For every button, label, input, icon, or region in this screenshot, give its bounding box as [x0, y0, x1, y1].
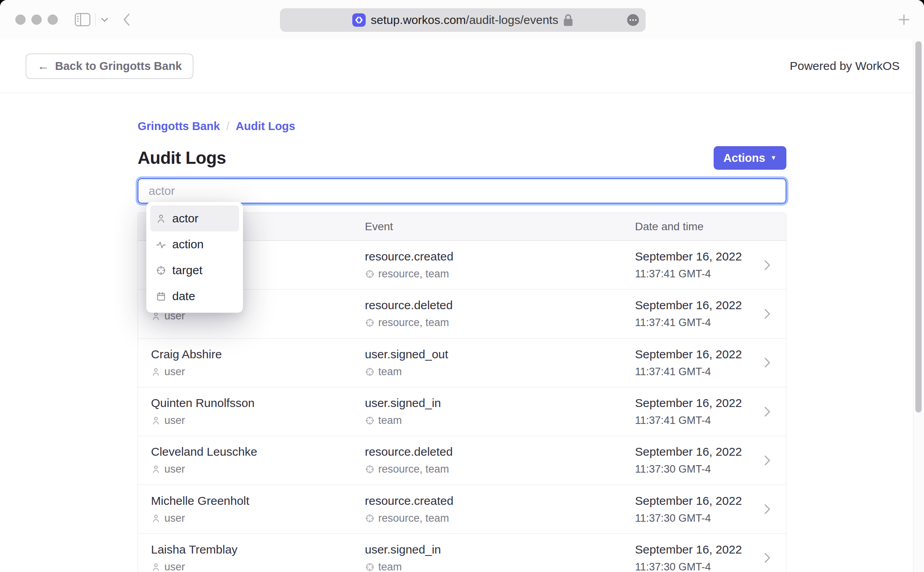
- table-row[interactable]: Michelle Greenholt user: [138, 485, 786, 534]
- target-icon: [365, 562, 375, 572]
- scrollbar-track[interactable]: [913, 39, 924, 572]
- event-date: September 16, 2022: [635, 250, 786, 263]
- url-path: /audit-logs/events: [466, 13, 558, 26]
- event-targets: team: [378, 414, 402, 427]
- main-content: Gringotts Bank / Audit Logs Audit Logs A…: [138, 120, 786, 572]
- new-tab-icon[interactable]: [898, 14, 910, 26]
- browser-window: setup.workos.com/audit-logs/events ← Bac…: [0, 0, 924, 572]
- target-icon: [365, 367, 375, 377]
- event-date: September 16, 2022: [635, 396, 786, 410]
- actor-name: Laisha Tremblay: [151, 543, 365, 556]
- chevron-right-icon: [764, 504, 770, 514]
- address-bar[interactable]: setup.workos.com/audit-logs/events: [280, 8, 646, 32]
- event-targets: resource, team: [378, 317, 449, 329]
- filter-search-input[interactable]: [138, 178, 786, 204]
- menu-item-label: date: [172, 290, 195, 303]
- chevron-down-icon[interactable]: [101, 18, 108, 22]
- event-time: 11:37:30 GMT-4: [635, 463, 786, 475]
- target-icon: [365, 464, 375, 474]
- actor-name: Cleveland Leuschke: [151, 445, 365, 458]
- person-icon: [156, 213, 166, 224]
- actor-type: user: [164, 463, 185, 475]
- page-title: Audit Logs: [138, 148, 226, 168]
- actions-button[interactable]: Actions ▼: [714, 146, 786, 170]
- activity-icon: [156, 239, 166, 250]
- actor-name: Craig Abshire: [151, 348, 365, 361]
- menu-item-label: action: [172, 238, 204, 251]
- chevron-right-icon: [764, 309, 770, 319]
- event-targets: resource, team: [378, 268, 449, 280]
- event-targets: resource, team: [378, 463, 449, 475]
- actor-name: Quinten Runolfsson: [151, 396, 365, 410]
- powered-by-label: Powered by WorkOS: [790, 59, 900, 73]
- filter-suggestions-menu: actor action target: [146, 202, 243, 313]
- event-time: 11:37:30 GMT-4: [635, 561, 786, 572]
- menu-item-target[interactable]: target: [150, 257, 239, 283]
- event-date: September 16, 2022: [635, 445, 786, 458]
- table-row[interactable]: Craig Abshire user: [138, 339, 786, 387]
- minimize-window-button[interactable]: [31, 15, 42, 25]
- site-header: ← Back to Gringotts Bank Powered by Work…: [0, 39, 924, 93]
- actor-type: user: [164, 561, 185, 572]
- event-name: user.signed_out: [365, 348, 635, 361]
- menu-item-date[interactable]: date: [150, 283, 239, 309]
- menu-item-label: actor: [172, 212, 199, 225]
- event-date: September 16, 2022: [635, 348, 786, 361]
- event-name: resource.deleted: [365, 299, 635, 312]
- event-time: 11:37:41 GMT-4: [635, 317, 786, 329]
- table-row[interactable]: Cleveland Leuschke user: [138, 436, 786, 485]
- menu-item-actor[interactable]: actor: [150, 205, 239, 231]
- column-header-event: Event: [365, 220, 635, 233]
- workos-favicon: [352, 13, 366, 27]
- menu-item-label: target: [172, 264, 202, 277]
- toolbar-divider: [95, 13, 96, 26]
- person-icon: [151, 513, 161, 523]
- calendar-icon: [156, 291, 166, 302]
- event-date: September 16, 2022: [635, 543, 786, 556]
- sidebar-icon[interactable]: [75, 13, 90, 26]
- menu-item-action[interactable]: action: [150, 231, 239, 257]
- target-icon: [365, 318, 375, 328]
- breadcrumb-org-link[interactable]: Gringotts Bank: [138, 120, 220, 133]
- url-text: setup.workos.com/audit-logs/events: [371, 13, 558, 27]
- breadcrumb: Gringotts Bank / Audit Logs: [138, 120, 786, 133]
- target-icon: [365, 513, 375, 523]
- person-icon: [151, 562, 161, 572]
- back-to-org-button[interactable]: ← Back to Gringotts Bank: [26, 53, 193, 79]
- zoom-window-button[interactable]: [48, 15, 58, 25]
- event-date: September 16, 2022: [635, 299, 786, 312]
- actions-button-label: Actions: [723, 152, 765, 165]
- chevron-right-icon: [764, 407, 770, 417]
- browser-toolbar: setup.workos.com/audit-logs/events: [0, 0, 924, 39]
- event-name: resource.deleted: [365, 445, 635, 458]
- browser-back-button[interactable]: [123, 13, 130, 26]
- event-name: user.signed_in: [365, 543, 635, 556]
- table-row[interactable]: Quinten Runolfsson user: [138, 387, 786, 436]
- actor-type: user: [164, 414, 185, 427]
- event-time: 11:37:30 GMT-4: [635, 512, 786, 524]
- target-icon: [156, 265, 166, 276]
- scrollbar-thumb[interactable]: [915, 41, 922, 412]
- event-time: 11:37:41 GMT-4: [635, 414, 786, 427]
- person-icon: [151, 464, 161, 474]
- window-controls: [15, 15, 58, 25]
- breadcrumb-audit-logs-link[interactable]: Audit Logs: [236, 120, 295, 133]
- actor-name: Michelle Greenholt: [151, 494, 365, 508]
- event-name: user.signed_in: [365, 396, 635, 410]
- actor-type: user: [164, 366, 185, 378]
- person-icon: [151, 367, 161, 377]
- table-row[interactable]: Laisha Tremblay user: [138, 534, 786, 572]
- page-settings-icon[interactable]: [627, 14, 639, 26]
- event-targets: team: [378, 366, 402, 378]
- event-targets: team: [378, 561, 402, 572]
- close-window-button[interactable]: [15, 15, 26, 25]
- header-divider: [0, 93, 924, 93]
- event-targets: resource, team: [378, 512, 449, 524]
- chevron-right-icon: [764, 358, 770, 368]
- target-icon: [365, 269, 375, 279]
- caret-down-icon: ▼: [770, 155, 777, 161]
- actor-type: user: [164, 512, 185, 524]
- event-name: resource.created: [365, 250, 635, 263]
- event-date: September 16, 2022: [635, 494, 786, 508]
- back-button-label: Back to Gringotts Bank: [55, 60, 182, 73]
